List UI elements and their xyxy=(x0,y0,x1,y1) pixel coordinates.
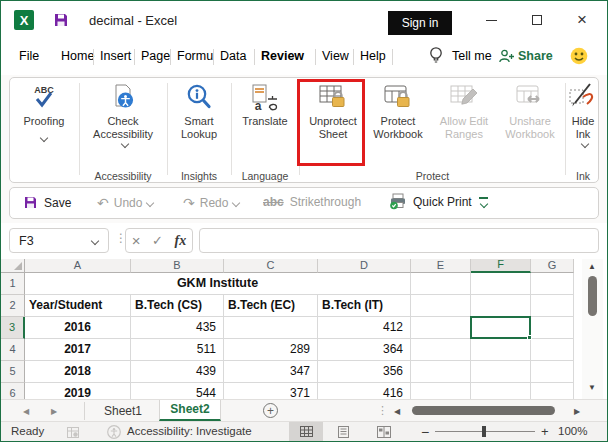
scroll-down-icon[interactable]: ▼ xyxy=(588,383,596,392)
share-button[interactable]: Share xyxy=(518,49,553,63)
tab-help[interactable]: Help xyxy=(360,49,386,63)
qat-quick-print-button[interactable]: Quick Print xyxy=(389,193,472,210)
cancel-icon[interactable]: × xyxy=(132,232,141,249)
hscroll-left-icon[interactable]: ◀ xyxy=(394,407,400,416)
cell-c4[interactable]: 289 xyxy=(224,339,318,361)
column-header-b[interactable]: B xyxy=(131,259,224,273)
check-accessibility-button[interactable]: Check Accessibility xyxy=(83,83,163,147)
cell-b5[interactable]: 439 xyxy=(131,361,224,383)
zoom-level-label[interactable]: 100% xyxy=(558,425,587,437)
enter-check-icon[interactable]: ✓ xyxy=(152,233,163,248)
column-header-a[interactable]: A xyxy=(25,259,131,273)
cell-g6[interactable] xyxy=(531,383,574,399)
cell-g5[interactable] xyxy=(531,361,574,383)
vertical-scrollbar[interactable]: ▲ ▼ xyxy=(582,259,603,399)
smart-lookup-button[interactable]: Smart Lookup xyxy=(171,83,227,141)
column-header-g[interactable]: G xyxy=(531,259,574,273)
sheet-nav-left-icon[interactable]: ◀ xyxy=(23,407,29,416)
sign-in-button[interactable]: Sign in xyxy=(388,11,452,35)
excel-logo-icon[interactable]: X xyxy=(14,10,34,30)
cell-c5[interactable]: 347 xyxy=(224,361,318,383)
cell-a6[interactable]: 2019 xyxy=(25,383,131,399)
cell-f6[interactable] xyxy=(471,383,531,399)
name-box[interactable]: F3 xyxy=(9,228,109,253)
cell-e3[interactable] xyxy=(411,317,471,339)
cell-d5[interactable]: 356 xyxy=(318,361,411,383)
tab-formulas[interactable]: Formu xyxy=(177,49,213,63)
vertical-scroll-thumb[interactable] xyxy=(588,276,597,316)
feedback-smiley-icon[interactable] xyxy=(570,47,588,65)
sheet-tab-sheet1[interactable]: Sheet1 xyxy=(104,404,142,418)
sheet-tab-sheet2-active[interactable]: Sheet2 xyxy=(159,400,221,421)
cell-b6[interactable]: 544 xyxy=(131,383,224,399)
cell-g4[interactable] xyxy=(531,339,574,361)
cell-f5[interactable] xyxy=(471,361,531,383)
horizontal-scroll-thumb[interactable] xyxy=(412,406,555,415)
view-normal-button[interactable] xyxy=(289,422,323,441)
scroll-up-icon[interactable]: ▲ xyxy=(588,262,596,271)
cell-g3[interactable] xyxy=(531,317,574,339)
tab-home[interactable]: Home xyxy=(61,49,94,63)
save-icon[interactable] xyxy=(53,12,69,28)
tab-file[interactable]: File xyxy=(19,49,39,63)
tab-view[interactable]: View xyxy=(322,49,349,63)
hide-ink-button[interactable]: Hide Ink xyxy=(567,83,599,147)
cell-f1[interactable] xyxy=(471,273,531,295)
cell-a1-merged-title[interactable]: GKM Institute xyxy=(25,273,411,295)
row-header-5[interactable]: 5 xyxy=(1,361,25,383)
row-header-4[interactable]: 4 xyxy=(1,339,25,361)
tab-review[interactable]: Review xyxy=(261,49,304,63)
cell-a4[interactable]: 2017 xyxy=(25,339,131,361)
close-button[interactable]: × xyxy=(567,8,597,32)
row-header-6[interactable]: 6 xyxy=(1,383,25,399)
row-header-1[interactable]: 1 xyxy=(1,273,25,295)
cell-b3[interactable]: 435 xyxy=(131,317,224,339)
row-header-2[interactable]: 2 xyxy=(1,295,25,317)
cell-c2[interactable]: B.Tech (EC) xyxy=(224,295,318,317)
cell-d6[interactable]: 416 xyxy=(318,383,411,399)
select-all-corner[interactable] xyxy=(1,259,25,273)
column-header-d[interactable]: D xyxy=(318,259,411,273)
cell-a3[interactable]: 2016 xyxy=(25,317,131,339)
row-header-3-selected[interactable]: 3 xyxy=(1,317,25,339)
insert-function-icon[interactable]: fx xyxy=(175,233,187,249)
maximize-button[interactable] xyxy=(522,9,552,31)
protect-workbook-button[interactable]: Protect Workbook xyxy=(367,83,429,141)
cell-e2[interactable] xyxy=(411,295,471,317)
status-accessibility-label[interactable]: Accessibility: Investigate xyxy=(127,425,252,437)
translate-button[interactable]: a Translate xyxy=(235,83,295,128)
hscroll-right-icon[interactable]: ▶ xyxy=(574,407,580,416)
column-header-e[interactable]: E xyxy=(411,259,471,273)
zoom-slider-thumb[interactable] xyxy=(482,426,486,437)
view-page-break-button[interactable] xyxy=(377,426,391,438)
lightbulb-icon[interactable] xyxy=(428,45,444,65)
accessibility-status-icon[interactable] xyxy=(107,425,121,439)
fill-handle[interactable] xyxy=(527,335,532,340)
cell-f4[interactable] xyxy=(471,339,531,361)
cell-g1[interactable] xyxy=(531,273,574,295)
cell-g2[interactable] xyxy=(531,295,574,317)
column-header-f-selected[interactable]: F xyxy=(471,259,531,273)
tell-me-label[interactable]: Tell me xyxy=(452,49,492,63)
tab-insert[interactable]: Insert xyxy=(100,49,131,63)
cell-e1[interactable] xyxy=(411,273,471,295)
cell-e5[interactable] xyxy=(411,361,471,383)
selected-cell-outline[interactable] xyxy=(470,316,531,339)
cell-e6[interactable] xyxy=(411,383,471,399)
cell-a2[interactable]: Year/Student xyxy=(25,295,131,317)
cell-c3[interactable] xyxy=(224,317,318,339)
zoom-out-button[interactable]: − xyxy=(421,424,429,440)
cell-d3[interactable]: 412 xyxy=(318,317,411,339)
tab-bar-grip[interactable]: ⋮ xyxy=(377,404,388,417)
cell-d4[interactable]: 364 xyxy=(318,339,411,361)
new-sheet-button[interactable]: + xyxy=(263,403,278,418)
proofing-button[interactable]: ABC Proofing xyxy=(15,83,73,141)
cell-a5[interactable]: 2018 xyxy=(25,361,131,383)
tab-data[interactable]: Data xyxy=(220,49,246,63)
qat-save-button[interactable]: Save xyxy=(23,195,71,210)
formula-input[interactable] xyxy=(199,228,599,253)
cell-b2[interactable]: B.Tech (CS) xyxy=(131,295,224,317)
cell-d2[interactable]: B.Tech (IT) xyxy=(318,295,411,317)
minimize-button[interactable] xyxy=(476,9,506,31)
cell-e4[interactable] xyxy=(411,339,471,361)
